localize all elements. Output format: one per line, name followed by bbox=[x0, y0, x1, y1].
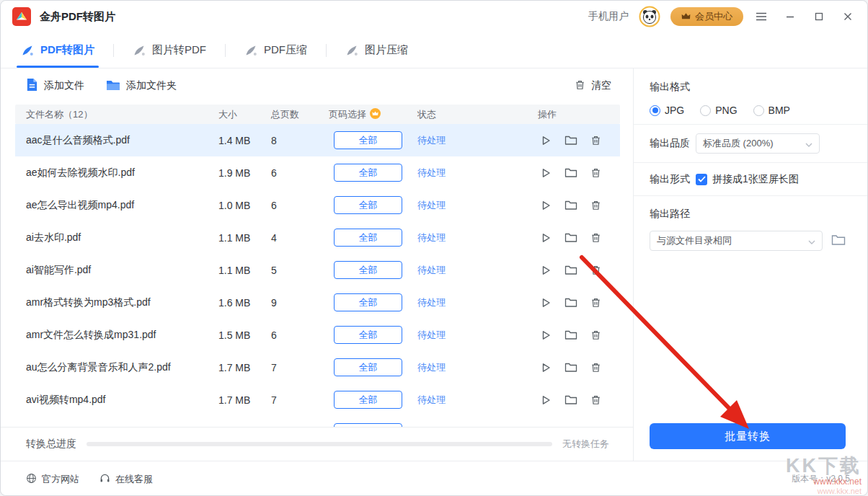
official-website-link[interactable]: 官方网站 bbox=[26, 473, 79, 486]
delete-icon[interactable] bbox=[590, 329, 601, 341]
tab-label: PDF压缩 bbox=[264, 43, 307, 57]
file-list[interactable]: aac是什么音频格式.pdf 1.4 MB 8 全部 待处理 ae如何去除视频水… bbox=[15, 124, 620, 427]
close-button[interactable] bbox=[837, 6, 859, 27]
progress-label: 转换总进度 bbox=[26, 438, 76, 451]
play-icon[interactable] bbox=[540, 167, 552, 179]
file-size: 1.7 MB bbox=[218, 394, 271, 406]
play-icon[interactable] bbox=[540, 362, 552, 373]
tab-pdf-to-image[interactable]: PDF转图片 bbox=[9, 32, 106, 68]
open-folder-icon[interactable] bbox=[564, 362, 577, 373]
minimize-button[interactable] bbox=[779, 6, 801, 27]
play-icon[interactable] bbox=[540, 265, 552, 276]
file-size: 1.1 MB bbox=[218, 265, 271, 276]
open-folder-icon[interactable] bbox=[564, 394, 577, 405]
add-file-button[interactable]: 添加文件 bbox=[26, 78, 84, 94]
row-actions bbox=[538, 135, 620, 146]
open-folder-icon[interactable] bbox=[564, 135, 577, 146]
play-icon[interactable] bbox=[540, 329, 552, 341]
add-folder-button[interactable]: 添加文件夹 bbox=[106, 79, 177, 93]
tab-image-compress[interactable]: 图片压缩 bbox=[334, 32, 420, 68]
vip-center-label: 会员中心 bbox=[695, 10, 732, 23]
table-row[interactable]: au怎么分离背景音乐和人声2.pdf 1.7 MB 7 全部 待处理 bbox=[15, 351, 620, 384]
footer-bar: 官方网站 在线客服 版本号：v2.0.5 bbox=[1, 461, 867, 496]
page-select-button[interactable]: 全部 bbox=[334, 326, 402, 344]
header-actions: 操作 bbox=[538, 108, 620, 121]
page-select-button[interactable]: 全部 bbox=[334, 164, 402, 182]
quality-dropdown[interactable]: 标准品质 (200%) bbox=[696, 133, 820, 154]
table-row[interactable]: ai去水印.pdf 1.1 MB 4 全部 待处理 bbox=[15, 221, 620, 254]
delete-icon[interactable] bbox=[590, 265, 601, 276]
menu-icon[interactable] bbox=[750, 6, 772, 27]
page-select-button[interactable]: 全部 bbox=[334, 293, 402, 311]
page-select-button[interactable]: 全部 bbox=[334, 131, 402, 149]
file-pages: 4 bbox=[271, 232, 329, 244]
browse-folder-icon[interactable] bbox=[831, 234, 846, 249]
delete-icon[interactable] bbox=[590, 167, 601, 179]
delete-icon[interactable] bbox=[590, 394, 601, 406]
clear-list-button[interactable]: 清空 bbox=[575, 79, 611, 93]
table-row[interactable]: ae怎么导出视频mp4.pdf 1.0 MB 6 全部 待处理 bbox=[15, 189, 620, 221]
open-folder-icon[interactable] bbox=[564, 232, 577, 243]
radio-bmp[interactable]: BMP bbox=[753, 105, 790, 116]
open-folder-icon[interactable] bbox=[564, 329, 577, 340]
table-row[interactable]: amr格式转换为mp3格式.pdf 1.6 MB 9 全部 待处理 bbox=[15, 286, 620, 319]
panda-avatar[interactable] bbox=[639, 6, 660, 27]
delete-icon[interactable] bbox=[590, 362, 601, 373]
page-select-button[interactable]: 全部 bbox=[334, 229, 402, 247]
table-row[interactable]: aac是什么音频格式.pdf 1.4 MB 8 全部 待处理 bbox=[15, 124, 620, 156]
open-folder-icon[interactable] bbox=[564, 200, 577, 211]
delete-icon[interactable] bbox=[590, 200, 601, 211]
play-icon[interactable] bbox=[540, 394, 552, 406]
play-icon[interactable] bbox=[540, 135, 552, 146]
table-row[interactable]: avi视频转mp4.pdf 1.7 MB 7 全部 待处理 bbox=[15, 384, 620, 416]
file-size: 1.1 MB bbox=[218, 232, 271, 244]
file-size: 1.7 MB bbox=[218, 362, 271, 373]
status-badge: 待处理 bbox=[417, 200, 446, 211]
radio-dot-icon bbox=[753, 105, 764, 116]
play-icon[interactable] bbox=[540, 297, 552, 309]
page-select-button[interactable]: 全部 bbox=[334, 358, 402, 376]
path-dropdown[interactable]: 与源文件目录相同 bbox=[650, 231, 823, 251]
merge-checkbox-label[interactable]: 拼接成1张竖屏长图 bbox=[712, 173, 799, 186]
delete-icon[interactable] bbox=[590, 297, 601, 309]
play-icon[interactable] bbox=[540, 200, 552, 211]
page-select-button[interactable]: 全部 bbox=[334, 261, 402, 279]
file-name: ae怎么导出视频mp4.pdf bbox=[15, 199, 218, 212]
delete-icon[interactable] bbox=[590, 135, 601, 146]
output-form-label: 输出形式 bbox=[650, 173, 696, 186]
play-icon[interactable] bbox=[540, 232, 552, 244]
open-folder-icon[interactable] bbox=[564, 265, 577, 275]
add-file-icon bbox=[26, 78, 38, 94]
status-cell: 待处理 bbox=[417, 134, 538, 147]
app-logo-icon bbox=[12, 7, 31, 26]
add-folder-label: 添加文件夹 bbox=[126, 79, 177, 92]
phone-user-label[interactable]: 手机用户 bbox=[588, 10, 629, 23]
table-row[interactable]: 全部 bbox=[15, 416, 620, 427]
radio-jpg[interactable]: JPG bbox=[650, 105, 684, 116]
open-folder-icon[interactable] bbox=[564, 167, 577, 178]
maximize-button[interactable] bbox=[808, 6, 830, 27]
table-row[interactable]: amr文件怎么转换成mp31.pdf 1.5 MB 6 全部 待处理 bbox=[15, 319, 620, 351]
page-select-button[interactable]: 全部 bbox=[334, 391, 402, 409]
table-row[interactable]: ai智能写作.pdf 1.1 MB 5 全部 待处理 bbox=[15, 254, 620, 286]
delete-icon[interactable] bbox=[590, 232, 601, 244]
file-size: 1.4 MB bbox=[218, 135, 271, 146]
output-quality-block: 输出品质 标准品质 (200%) bbox=[634, 125, 867, 163]
row-actions bbox=[538, 297, 620, 309]
table-row[interactable]: ae如何去除视频水印.pdf 1.9 MB 6 全部 待处理 bbox=[15, 156, 620, 189]
open-folder-icon[interactable] bbox=[564, 297, 577, 308]
progress-status: 无转换任务 bbox=[562, 438, 609, 451]
merge-checkbox[interactable] bbox=[696, 174, 707, 185]
file-pages: 6 bbox=[271, 200, 329, 211]
page-select-button[interactable]: 全部 bbox=[334, 196, 402, 214]
tab-pdf-compress[interactable]: PDF压缩 bbox=[233, 32, 319, 68]
status-cell: 待处理 bbox=[417, 199, 538, 212]
image-to-pdf-icon bbox=[133, 44, 146, 57]
tab-image-to-pdf[interactable]: 图片转PDF bbox=[121, 32, 218, 68]
file-toolbar: 添加文件 添加文件夹 清空 bbox=[1, 68, 633, 103]
batch-convert-button[interactable]: 批量转换 bbox=[650, 423, 846, 449]
vip-center-button[interactable]: 会员中心 bbox=[670, 7, 743, 26]
online-support-link[interactable]: 在线客服 bbox=[99, 473, 153, 486]
radio-png[interactable]: PNG bbox=[700, 105, 737, 116]
output-quality-label: 输出品质 bbox=[650, 137, 696, 150]
